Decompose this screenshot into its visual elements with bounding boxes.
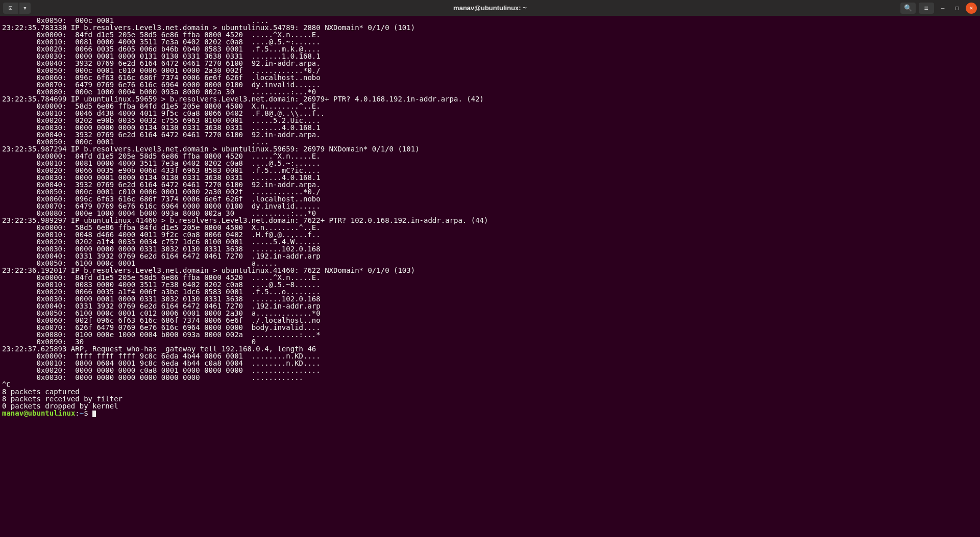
prompt-line[interactable]: manav@ubuntulinux:~$ <box>2 410 978 417</box>
prompt-sigil: $ <box>84 409 92 417</box>
prompt-colon: : <box>75 409 79 417</box>
terminal-line: 0x0040: 3932 0769 6e2d 6164 6472 0461 72… <box>2 181 978 188</box>
prompt-host: ubuntulinux <box>28 409 76 417</box>
terminal-line: 23:22:37.625893 ARP, Request who-has _ga… <box>2 345 978 352</box>
terminal-line: 23:22:36.192017 IP b.resolvers.Level3.ne… <box>2 267 978 274</box>
terminal-line: 0x0060: 096c 6f63 616c 686f 7374 0006 6e… <box>2 195 978 202</box>
terminal-line: 0x0040: 0331 3932 0769 6e2d 6164 6472 04… <box>2 302 978 310</box>
terminal-line: 0x0040: 3932 0769 6e2d 6164 6472 0461 72… <box>2 60 978 67</box>
terminal-line: 8 packets received by filter <box>2 395 978 402</box>
terminal-line: 0x0030: 0000 0001 0000 0131 0130 0331 36… <box>2 53 978 60</box>
terminal-line: 0x0050: 000c 0001 c010 0006 0001 0000 2a… <box>2 67 978 74</box>
new-tab-dropdown[interactable]: ▾ <box>19 3 31 14</box>
terminal-line: ^C <box>2 381 978 388</box>
terminal-line: 0x0050: 6100 000c 0001 c012 0006 0001 00… <box>2 310 978 317</box>
terminal-line: 0x0030: 0000 0001 0000 0134 0130 0331 36… <box>2 174 978 181</box>
terminal-line: 0x0020: 0066 0035 d605 006d b46b 0b40 85… <box>2 45 978 53</box>
terminal-line: 0x0000: 84fd d1e5 205e 58d5 6e86 ffba 08… <box>2 274 978 281</box>
new-tab-icon: ⊡ <box>9 4 13 12</box>
titlebar-left-buttons: ⊡ ▾ <box>3 3 31 14</box>
search-button[interactable]: 🔍 <box>900 3 916 14</box>
close-icon: ✕ <box>970 5 973 11</box>
terminal-line: 0x0030: 0000 0000 0000 0134 0130 0331 36… <box>2 124 978 131</box>
terminal-line: 0x0010: 0081 0000 4000 3511 7e3a 0402 02… <box>2 38 978 45</box>
terminal-line: 0x0050: 000c 0001 .... <box>2 17 978 24</box>
terminal-line: 0x0050: 000c 0001 .... <box>2 138 978 145</box>
terminal-line: 23:22:35.989297 IP ubuntulinux.41460 > b… <box>2 217 978 224</box>
minimize-icon: — <box>941 5 945 11</box>
terminal-line: 0x0020: 0000 0000 0000 c0a8 0001 0000 00… <box>2 367 978 374</box>
terminal-line: 0x0010: 0800 0604 0001 9c8c 6eda 4b44 c0… <box>2 360 978 367</box>
terminal-line: 0x0040: 3932 0769 6e2d 6164 6472 0461 72… <box>2 131 978 138</box>
terminal-line: 0x0020: 0202 a1f4 0035 0034 c757 1dc6 01… <box>2 238 978 245</box>
terminal-line: 0x0040: 0331 3932 0769 6e2d 6164 6472 04… <box>2 252 978 260</box>
terminal-output[interactable]: 0x0050: 000c 0001 ....23:22:35.783330 IP… <box>0 16 980 419</box>
terminal-line: 23:22:35.987294 IP b.resolvers.Level3.ne… <box>2 145 978 152</box>
terminal-line: 0x0070: 6479 0769 6e76 616c 6964 0000 00… <box>2 81 978 88</box>
terminal-line: 0x0050: 000c 0001 c010 0006 0001 0000 2a… <box>2 188 978 195</box>
terminal-line: 0x0070: 626f 6479 0769 6e76 616c 6964 00… <box>2 324 978 331</box>
prompt-user: manav <box>2 409 23 417</box>
terminal-line: 0x0000: 84fd d1e5 205e 58d5 6e86 ffba 08… <box>2 31 978 38</box>
terminal-line: 0x0010: 0048 d466 4000 4011 9f2c c0a8 00… <box>2 231 978 238</box>
prompt-at: @ <box>23 409 28 417</box>
terminal-line: 0x0000: 58d5 6e86 ffba 84fd d1e5 205e 08… <box>2 224 978 231</box>
terminal-line: 0x0010: 0083 0000 4000 3511 7e38 0402 02… <box>2 281 978 288</box>
terminal-line: 0x0020: 0066 0035 e90b 006d 433f 6963 85… <box>2 167 978 174</box>
terminal-line: 0x0090: 30 0 <box>2 338 978 345</box>
search-icon: 🔍 <box>904 4 912 12</box>
minimize-button[interactable]: — <box>937 3 948 14</box>
terminal-line: 0x0080: 000e 1000 0004 b000 093a 8000 00… <box>2 88 978 95</box>
terminal-line: 0x0020: 0202 e90b 0035 0032 c755 6963 01… <box>2 117 978 124</box>
terminal-line: 0x0050: 6100 000c 0001 a..... <box>2 260 978 267</box>
hamburger-icon: ≡ <box>924 4 928 12</box>
terminal-line: 0 packets dropped by kernel <box>2 402 978 410</box>
chevron-down-icon: ▾ <box>23 4 27 12</box>
terminal-line: 0x0000: 58d5 6e86 ffba 84fd d1e5 205e 08… <box>2 103 978 110</box>
menu-button[interactable]: ≡ <box>919 3 934 14</box>
cursor <box>92 411 96 417</box>
terminal-line: 0x0060: 096c 6f63 616c 686f 7374 0006 6e… <box>2 74 978 81</box>
terminal-line: 0x0030: 0000 0001 0000 0331 3032 0130 03… <box>2 295 978 302</box>
terminal-line: 8 packets captured <box>2 388 978 395</box>
maximize-button[interactable]: □ <box>951 3 963 14</box>
terminal-line: 0x0030: 0000 0000 0000 0331 3032 0130 03… <box>2 245 978 252</box>
terminal-line: 0x0000: 84fd d1e5 205e 58d5 6e86 ffba 08… <box>2 152 978 160</box>
terminal-line: 0x0080: 0100 000e 1000 0004 b000 093a 80… <box>2 331 978 338</box>
terminal-line: 23:22:35.784699 IP ubuntulinux.59659 > b… <box>2 95 978 103</box>
window-title: manav@ubuntulinux: ~ <box>0 4 980 12</box>
terminal-line: 0x0010: 0046 d438 4000 4011 9f5c c0a8 00… <box>2 110 978 117</box>
prompt-path: ~ <box>80 409 84 417</box>
terminal-line: 0x0060: 002f 096c 6f63 616c 686f 7374 00… <box>2 317 978 324</box>
close-button[interactable]: ✕ <box>966 3 977 14</box>
terminal-line: 0x0080: 000e 1000 0004 b000 093a 8000 00… <box>2 210 978 217</box>
window-titlebar: ⊡ ▾ manav@ubuntulinux: ~ 🔍 ≡ — □ ✕ <box>0 0 980 16</box>
terminal-line: 23:22:35.783330 IP b.resolvers.Level3.ne… <box>2 24 978 31</box>
titlebar-right-buttons: 🔍 ≡ — □ ✕ <box>900 3 977 14</box>
terminal-line: 0x0010: 0081 0000 4000 3511 7e3a 0402 02… <box>2 160 978 167</box>
maximize-icon: □ <box>955 5 959 11</box>
terminal-line: 0x0030: 0000 0000 0000 0000 0000 0000 ..… <box>2 374 978 381</box>
terminal-line: 0x0000: ffff ffff ffff 9c8c 6eda 4b44 08… <box>2 352 978 360</box>
new-tab-button[interactable]: ⊡ <box>3 3 18 14</box>
terminal-line: 0x0070: 6479 0769 6e76 616c 6964 0000 00… <box>2 202 978 210</box>
terminal-line: 0x0020: 0066 0035 a1f4 006f a3be 1dc6 85… <box>2 288 978 295</box>
